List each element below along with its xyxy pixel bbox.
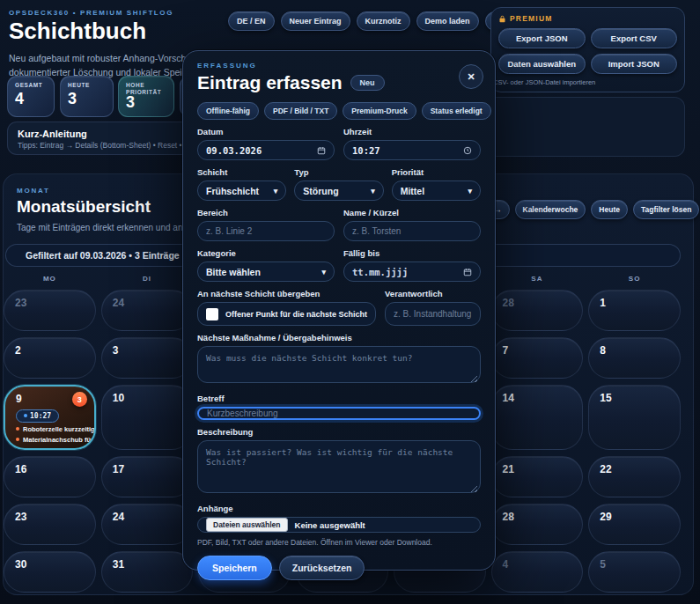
select-data-button[interactable]: Daten auswählen (498, 54, 586, 74)
calendar-day-24[interactable]: 24 (101, 290, 194, 331)
calendar-day-9[interactable]: 9310:27Roboterzelle kurzzeitig ge…Materi… (4, 385, 96, 450)
reset-form-button[interactable]: Zurücksetzen (279, 556, 365, 580)
typ-select[interactable]: Störung ▾ (294, 180, 383, 201)
betreff-input[interactable] (197, 407, 481, 420)
new-entry-button[interactable]: Neuer Eintrag (281, 11, 350, 31)
calendar-day-3[interactable]: 3 (101, 337, 194, 379)
day-number: 23 (15, 297, 85, 309)
day-number: 14 (503, 392, 572, 404)
massnahme-textarea[interactable] (197, 346, 481, 383)
choose-files-button[interactable]: Dateien auswählen (206, 518, 288, 532)
today-button[interactable]: Heute (591, 200, 628, 219)
day-number: 24 (113, 297, 182, 309)
calendar-day-14[interactable]: 14 (491, 385, 584, 450)
calendar-day-24[interactable]: 24 (101, 504, 194, 545)
day-number: 16 (15, 463, 85, 475)
calendar-day-31[interactable]: 31 (101, 551, 194, 593)
clear-day-filter-button[interactable]: Tagfilter lösen (633, 200, 699, 219)
calendar-day-8[interactable]: 8 (588, 337, 681, 379)
calendar-day-23[interactable]: 23 (4, 290, 96, 331)
export-csv-button[interactable]: Export CSV (591, 28, 678, 48)
day-number: 23 (15, 511, 85, 523)
calendar-day-29[interactable]: 29 (588, 504, 681, 545)
time-pill-text: 10:27 (30, 412, 51, 420)
file-input[interactable]: Dateien auswählen Keine ausgewählt (197, 517, 481, 533)
beschreibung-textarea[interactable] (197, 440, 481, 493)
calendar-day-10[interactable]: 10 (101, 385, 194, 450)
event-item[interactable]: Materialnachschub für Lini (16, 436, 84, 444)
uhrzeit-value: 10:27 (352, 145, 380, 156)
close-button[interactable]: ✕ (459, 64, 483, 89)
chevron-down-icon: ▾ (371, 187, 375, 195)
stat-card-hohe-prioritaet: HOHE PRIORITÄT 3 (118, 76, 174, 117)
chip-premium-print[interactable]: Premium-Druck (343, 102, 416, 120)
calendar-day-4[interactable]: 4 (491, 551, 584, 593)
attachments-hint: PDF, Bild, TXT oder andere Dateien. Öffn… (197, 538, 481, 547)
app-root: OPSDECK360 • PREMIUM SHIFTLOG Schichtbuc… (0, 0, 700, 604)
weekday-header: DI (101, 275, 194, 283)
day-number: 28 (503, 297, 572, 309)
calendar-day-16[interactable]: 16 (4, 456, 96, 497)
day-number: 2 (15, 344, 85, 357)
betreff-label: Betreff (197, 394, 481, 403)
stat-label: HEUTE (68, 82, 106, 89)
name-label: Name / Kürzel (343, 208, 481, 217)
event-item[interactable]: Roboterzelle kurzzeitig ge… (16, 425, 84, 433)
premium-label: PREMIUM (498, 14, 677, 23)
import-json-button[interactable]: Import JSON (591, 54, 678, 74)
export-json-button[interactable]: Export JSON (498, 28, 586, 48)
calendar-day-21[interactable]: 21 (491, 456, 584, 497)
calendar-day-7[interactable]: 7 (491, 337, 584, 379)
calendar-day-1[interactable]: 1 (588, 290, 681, 331)
calendar-day-5[interactable]: 5 (588, 551, 681, 593)
chevron-down-icon: ▾ (468, 187, 472, 195)
calendar-day-22[interactable]: 22 (588, 456, 681, 497)
kategorie-select[interactable]: Bitte wählen ▾ (197, 261, 335, 282)
calendar-day-15[interactable]: 15 (588, 385, 681, 450)
name-input[interactable] (343, 221, 481, 241)
schicht-select[interactable]: Frühschicht ▾ (197, 180, 286, 201)
verantwortlich-label: Verantwortlich (385, 289, 481, 298)
chip-status-done[interactable]: Status erledigt (422, 102, 491, 120)
calendar-day-23[interactable]: 23 (4, 504, 96, 545)
calendar-day-2[interactable]: 2 (4, 337, 96, 379)
event-title: Roboterzelle kurzzeitig ge… (23, 425, 96, 433)
day-number: 10 (113, 392, 182, 404)
load-demo-button[interactable]: Demo laden (416, 11, 479, 31)
close-icon: ✕ (467, 71, 475, 83)
day-number: 15 (600, 392, 669, 404)
language-toggle-button[interactable]: DE / EN (228, 11, 275, 31)
day-number: 21 (503, 463, 572, 475)
prioritaet-select[interactable]: Mittel ▾ (392, 180, 481, 201)
calendar-day-30[interactable]: 30 (4, 551, 96, 593)
day-number: 31 (113, 558, 182, 571)
faellig-input[interactable]: tt.mm.jjjj (343, 261, 481, 282)
quick-note-button[interactable]: Kurznotiz (357, 11, 410, 31)
weekday-header: SO (588, 275, 681, 283)
weekday-header: SA (491, 275, 584, 283)
handover-checkbox[interactable]: Offener Punkt für die nächste Schicht (197, 302, 376, 326)
checkbox-box[interactable] (206, 308, 218, 320)
datum-input[interactable]: 09.03.2026 (197, 140, 335, 160)
calendar-day-28[interactable]: 28 (491, 290, 584, 331)
calendar-day-28[interactable]: 28 (491, 504, 584, 545)
calendar-icon (463, 268, 472, 276)
stat-label: GESAMT (15, 82, 47, 89)
calendar-day-17[interactable]: 17 (101, 456, 194, 497)
stat-card-heute: HEUTE 3 (60, 76, 114, 117)
chip-filetypes[interactable]: PDF / Bild / TXT (264, 102, 337, 120)
day-number: 24 (113, 511, 182, 523)
modal-eyebrow: ERFASSUNG (197, 62, 481, 70)
bereich-input[interactable] (197, 221, 335, 241)
time-pill[interactable]: 10:27 (16, 409, 59, 423)
verantwortlich-input[interactable] (385, 302, 481, 326)
modal-title: Eintrag erfassen (197, 72, 343, 93)
uhrzeit-label: Uhrzeit (343, 127, 481, 136)
calendar-week-button[interactable]: Kalenderwoche (515, 200, 586, 219)
header-actions: DE / EN Neuer Eintrag Kurznotiz Demo lad… (228, 11, 524, 31)
stat-value: 3 (68, 91, 106, 107)
chip-offline[interactable]: Offline-fähig (197, 102, 259, 120)
save-button[interactable]: Speichern (197, 556, 272, 580)
priority-dot (16, 427, 19, 431)
uhrzeit-input[interactable]: 10:27 (343, 140, 481, 160)
